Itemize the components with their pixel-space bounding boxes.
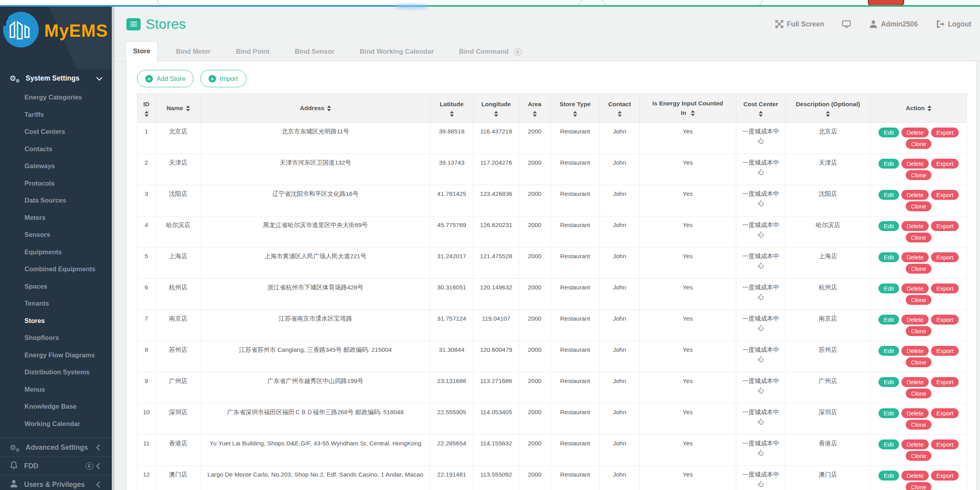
tab-bind-point[interactable]: Bind Point xyxy=(229,42,277,61)
edit-button[interactable]: Edit xyxy=(878,190,899,200)
clone-button[interactable]: Clone xyxy=(906,326,931,336)
column-header-latitude[interactable]: Latitude xyxy=(430,94,474,123)
delete-button[interactable]: Delete xyxy=(901,439,929,449)
export-button[interactable]: Export xyxy=(931,190,958,200)
delete-button[interactable]: Delete xyxy=(901,190,929,200)
clone-button[interactable]: Clone xyxy=(906,139,931,149)
column-header-area[interactable]: Area xyxy=(519,94,551,123)
export-button[interactable]: Export xyxy=(931,346,958,356)
edit-button[interactable]: Edit xyxy=(878,283,899,293)
export-button[interactable]: Export xyxy=(931,315,958,325)
column-header-store_type[interactable]: Store Type xyxy=(551,94,600,123)
sidebar-item-protocols[interactable]: Protocols xyxy=(0,175,112,192)
sidebar-item-sensors[interactable]: Sensors xyxy=(0,226,112,244)
sort-icon xyxy=(450,111,454,117)
sidebar-item-tariffs[interactable]: Tariffs xyxy=(0,106,112,124)
clone-button[interactable]: Clone xyxy=(906,264,931,274)
column-header-contact[interactable]: Contact xyxy=(600,94,640,123)
sidebar-item-data-sources[interactable]: Data Sources xyxy=(0,192,112,209)
edit-button[interactable]: Edit xyxy=(878,315,899,325)
clone-button[interactable]: Clone xyxy=(906,389,931,398)
sidebar-item-energy-flow-diagrams[interactable]: Energy Flow Diagrams xyxy=(0,347,112,364)
tab-bind-meter[interactable]: Bind Meter xyxy=(169,42,218,61)
export-button[interactable]: Export xyxy=(931,221,958,231)
cell-name: 杭州店 xyxy=(156,279,201,310)
export-button[interactable]: Export xyxy=(931,471,958,481)
tab-store[interactable]: Store xyxy=(126,41,158,61)
edit-button[interactable]: Edit xyxy=(878,221,899,231)
clone-button[interactable]: Clone xyxy=(906,420,931,430)
add-store-button[interactable]: + Add Store xyxy=(137,70,194,87)
column-header-energy_input[interactable]: Is Energy Input CountedIn xyxy=(640,94,736,123)
delete-button[interactable]: Delete xyxy=(901,252,929,262)
edit-button[interactable]: Edit xyxy=(878,159,899,169)
edit-button[interactable]: Edit xyxy=(878,252,899,262)
sidebar-section-advanced-settings[interactable]: ⚙Advanced Settings xyxy=(0,438,112,456)
logout-button[interactable]: Logout xyxy=(936,20,971,28)
sidebar-item-menus[interactable]: Menus xyxy=(0,381,112,398)
edit-button[interactable]: Edit xyxy=(878,471,899,481)
sidebar-item-cost-centers[interactable]: Cost Centers xyxy=(0,123,112,141)
clone-button[interactable]: Clone xyxy=(906,201,931,211)
delete-button[interactable]: Delete xyxy=(901,283,929,293)
edit-button[interactable]: Edit xyxy=(878,439,899,449)
column-header-description[interactable]: Description (Optional) xyxy=(786,94,871,123)
user-menu[interactable]: Admin2506 xyxy=(869,20,918,28)
delete-button[interactable]: Delete xyxy=(901,377,929,387)
clone-button[interactable]: Clone xyxy=(906,482,931,490)
sidebar-item-gateways[interactable]: Gateways xyxy=(0,158,112,175)
clone-button[interactable]: Clone xyxy=(906,170,931,180)
sidebar-item-meters[interactable]: Meters xyxy=(0,209,112,227)
fullscreen-button[interactable]: Full Screen xyxy=(775,20,824,28)
tab-bind-working-calendar[interactable]: Bind Working Calendar xyxy=(352,42,441,61)
tab-bind-command[interactable]: Bind CommandE xyxy=(452,42,533,61)
tab-bind-sensor[interactable]: Bind Sensor xyxy=(288,42,341,61)
import-button[interactable]: + Import xyxy=(200,70,246,87)
export-button[interactable]: Export xyxy=(931,159,958,169)
clone-button[interactable]: Clone xyxy=(906,295,931,305)
delete-button[interactable]: Delete xyxy=(901,159,929,169)
sidebar-item-equipments[interactable]: Equipments xyxy=(0,244,112,261)
export-button[interactable]: Export xyxy=(931,377,958,387)
clone-button[interactable]: Clone xyxy=(906,233,931,242)
sidebar-item-contacts[interactable]: Contacts xyxy=(0,141,112,158)
export-button[interactable]: Export xyxy=(931,408,958,418)
export-button[interactable]: Export xyxy=(931,439,958,449)
column-header-address[interactable]: Address xyxy=(201,94,430,123)
sidebar-item-energy-categories[interactable]: Energy Categories xyxy=(0,89,112,106)
sidebar-section-system-settings[interactable]: ⚙System Settings xyxy=(0,69,112,87)
edit-button[interactable]: Edit xyxy=(878,346,899,356)
sidebar-item-knowledge-base[interactable]: Knowledge Base xyxy=(0,398,112,415)
column-header-longitude[interactable]: Longitude xyxy=(474,94,519,123)
clone-button[interactable]: Clone xyxy=(906,451,931,461)
sidebar-item-tenants[interactable]: Tenants xyxy=(0,295,112,312)
sidebar-item-combined-equipments[interactable]: Combined Equipments xyxy=(0,261,112,278)
delete-button[interactable]: Delete xyxy=(901,315,929,325)
edit-button[interactable]: Edit xyxy=(878,377,899,387)
sidebar-item-shopfloors[interactable]: Shopfloors xyxy=(0,329,112,347)
clone-button[interactable]: Clone xyxy=(906,357,931,367)
delete-button[interactable]: Delete xyxy=(901,346,929,356)
column-header-action[interactable]: Action xyxy=(871,94,967,123)
delete-button[interactable]: Delete xyxy=(901,221,929,231)
edit-button[interactable]: Edit xyxy=(878,408,899,418)
edit-button[interactable]: Edit xyxy=(878,128,899,137)
export-button[interactable]: Export xyxy=(931,283,958,293)
column-header-id[interactable]: ID xyxy=(137,94,156,123)
sidebar-item-distribution-systems[interactable]: Distribution Systems xyxy=(0,364,112,381)
sidebar-item-spaces[interactable]: Spaces xyxy=(0,278,112,295)
column-header-cost_center[interactable]: Cost Center xyxy=(736,94,786,123)
delete-button[interactable]: Delete xyxy=(901,128,929,137)
sidebar-section-fdd[interactable]: FDDE xyxy=(0,457,112,475)
export-button[interactable]: Export xyxy=(931,252,958,262)
sidebar-item-working-calendar[interactable]: Working Calendar xyxy=(0,415,112,433)
menu-toggle-button[interactable] xyxy=(126,18,141,30)
delete-button[interactable]: Delete xyxy=(901,471,929,481)
sidebar-section-users-privileges[interactable]: Users & Privileges xyxy=(0,475,112,490)
sidebar-scrollbar[interactable] xyxy=(112,7,115,490)
column-header-name[interactable]: Name xyxy=(156,94,201,123)
display-mode-button[interactable] xyxy=(842,20,851,28)
delete-button[interactable]: Delete xyxy=(901,408,929,418)
export-button[interactable]: Export xyxy=(931,128,958,137)
sidebar-item-stores[interactable]: Stores xyxy=(0,312,112,330)
